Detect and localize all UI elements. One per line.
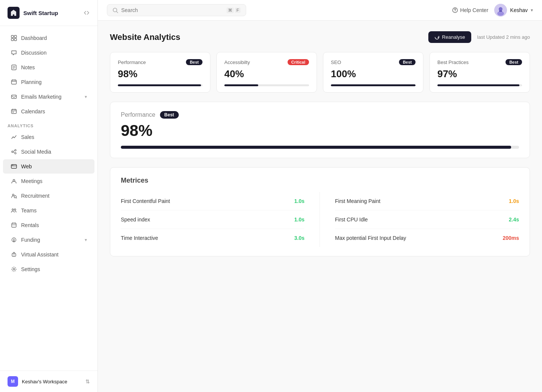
workspace-chevron: ⇅ (85, 378, 90, 384)
workspace-footer[interactable]: M Keshav's Workspace ⇅ (0, 371, 97, 392)
sidebar-item-teams[interactable]: Teams (3, 203, 94, 218)
sidebar-item-notes[interactable]: Notes (3, 60, 94, 75)
settings-label: Settings (21, 266, 40, 272)
sidebar-item-meetings[interactable]: Meetings (3, 174, 94, 188)
svg-point-20 (15, 149, 16, 151)
metric-row-fid: Max potential First Input Delay 200ms (335, 229, 519, 247)
svg-rect-14 (12, 110, 17, 114)
meetings-icon (11, 178, 17, 185)
metric-name-fid: Max potential First Input Delay (335, 235, 406, 241)
assistant-icon (11, 251, 17, 258)
svg-rect-13 (12, 95, 17, 99)
calendars-icon (11, 108, 17, 115)
card-label-accessibility: Accessibilty (224, 59, 250, 65)
card-bar-fill-performance (118, 84, 201, 86)
svg-point-40 (13, 255, 14, 255)
card-label-best-practices: Best Practices (437, 59, 469, 65)
sidebar-item-social-media[interactable]: Social Media (3, 145, 94, 159)
card-header-performance: Performance Best (118, 59, 202, 65)
svg-rect-0 (12, 13, 15, 15)
svg-point-46 (455, 11, 455, 12)
sales-icon (11, 134, 17, 140)
dashboard-icon (11, 35, 17, 41)
logo-icon (8, 7, 20, 19)
page-content: Website Analytics Reanalyse last Updated… (98, 21, 542, 392)
page-header-right: Reanalyse last Updated 2 mins ago (428, 31, 530, 43)
badge-best-practices: Best (505, 59, 522, 65)
svg-rect-50 (499, 11, 502, 12)
meetings-label: Meetings (21, 178, 43, 184)
metric-row-speed: Speed index 1.0s (121, 210, 304, 229)
help-center-button[interactable]: Help Center (452, 7, 489, 13)
sidebar-item-sales[interactable]: Sales (3, 130, 94, 144)
card-header-seo: SEO Best (331, 59, 416, 65)
main-content: ⌘ F Help Center Keshav ▾ (98, 0, 542, 392)
workspace-avatar: M (8, 376, 18, 387)
svg-point-32 (12, 209, 14, 210)
user-menu[interactable]: Keshav ▾ (494, 4, 533, 17)
search-shortcut: ⌘ F (227, 8, 241, 13)
svg-rect-1 (11, 35, 14, 38)
svg-rect-34 (12, 223, 16, 227)
svg-line-23 (13, 152, 15, 153)
help-label: Help Center (460, 7, 489, 13)
sidebar-item-discussion[interactable]: Discussion (3, 46, 94, 60)
card-bar-fill-seo (331, 84, 416, 86)
card-label-seo: SEO (331, 59, 341, 65)
discussion-label: Discussion (21, 50, 47, 56)
calendars-label: Calendars (21, 108, 45, 114)
metric-row-fmp: First Meaning Paint 1.0s (335, 192, 519, 210)
planning-label: Planning (21, 79, 42, 85)
svg-line-44 (117, 11, 118, 13)
page-header: Website Analytics Reanalyse last Updated… (110, 31, 530, 43)
svg-point-21 (15, 153, 16, 154)
card-header-best-practices: Best Practices Best (437, 59, 522, 65)
svg-rect-18 (13, 112, 14, 113)
card-value-best-practices: 97% (437, 68, 522, 80)
user-chevron-icon: ▾ (531, 8, 533, 13)
card-bar-best-practices (437, 84, 522, 86)
sidebar-item-rentals[interactable]: Rentals (3, 218, 94, 232)
svg-point-19 (12, 151, 13, 153)
sidebar-item-calendars[interactable]: Calendars (3, 104, 94, 119)
metric-row-fcp: First Contentful Paint 1.0s (121, 192, 304, 210)
user-name: Keshav (510, 7, 528, 13)
perf-bar (121, 146, 519, 149)
emails-label: Emails Marketing (21, 94, 61, 100)
metric-name-fcp: First Contentful Paint (121, 198, 170, 204)
sidebar-item-emails-marketing[interactable]: Emails Marketing ▾ (3, 90, 94, 104)
card-bar-fill-accessibility (224, 84, 258, 86)
svg-point-41 (14, 255, 15, 255)
card-label-performance: Performance (118, 59, 146, 65)
sidebar-item-recruitment[interactable]: Recruitment (3, 189, 94, 203)
card-bar-performance (118, 84, 202, 86)
svg-line-31 (16, 198, 17, 198)
perf-header: Performance Best (121, 111, 519, 119)
sidebar-item-web[interactable]: Web (3, 159, 94, 174)
badge-accessibility: Critical (288, 59, 309, 65)
search-input[interactable] (121, 7, 224, 13)
workspace-name: Keshav's Workspace (22, 379, 67, 384)
sidebar-item-settings[interactable]: Settings (3, 262, 94, 276)
perf-value: 98% (121, 122, 519, 140)
card-best-practices: Best Practices Best 97% (429, 52, 530, 93)
sidebar-nav: Dashboard Discussion Notes Planning Emai… (0, 26, 97, 371)
sidebar-item-funding[interactable]: Funding ▾ (3, 233, 94, 247)
svg-rect-2 (14, 35, 17, 38)
logo-area: Swift Startup (0, 0, 97, 26)
sidebar-item-planning[interactable]: Planning (3, 75, 94, 89)
sidebar-item-virtual-assistant[interactable]: Virtual Assistant (3, 247, 94, 262)
topbar-right: Help Center Keshav ▾ (452, 4, 533, 17)
sidebar-item-dashboard[interactable]: Dashboard (3, 31, 94, 45)
social-media-label: Social Media (21, 149, 51, 155)
card-seo: SEO Best 100% (323, 52, 423, 93)
svg-point-28 (13, 180, 15, 182)
rentals-icon (11, 222, 17, 229)
search-box[interactable]: ⌘ F (107, 4, 246, 16)
discussion-icon (11, 49, 17, 56)
card-bar-accessibility (224, 84, 309, 86)
metric-row-tti: Time Interactive 3.0s (121, 229, 304, 247)
reanalyse-button[interactable]: Reanalyse (428, 31, 471, 43)
social-icon (11, 148, 17, 155)
sidebar-toggle[interactable] (83, 9, 90, 16)
